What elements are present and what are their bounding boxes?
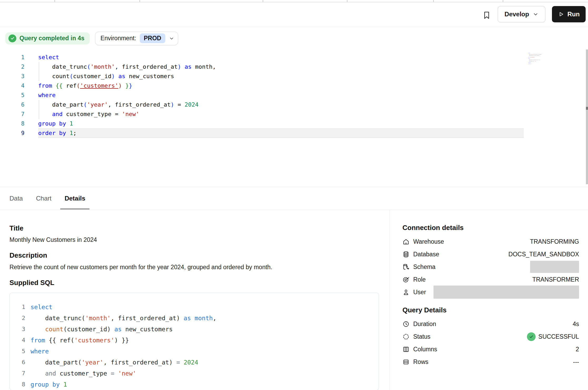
code-line-2[interactable]: 2 date_trunc('month', first_ordered_at) … <box>0 62 524 72</box>
role-icon <box>402 276 410 283</box>
code-line-text[interactable]: from {{ ref('customers') }} <box>31 335 379 346</box>
code-line-text[interactable]: and customer_type = 'new' <box>38 109 524 119</box>
code-line-3[interactable]: 3 count(customer_id) as new_customers <box>0 72 524 81</box>
chevron-down-icon <box>169 36 174 41</box>
line-number: 5 <box>0 91 24 100</box>
environment-label: Environment: <box>101 35 136 42</box>
code-line-8[interactable]: 8group by 1 <box>10 379 379 390</box>
tab-data[interactable]: Data <box>9 187 23 210</box>
bookmark-button[interactable] <box>481 10 492 21</box>
line-number: 3 <box>10 324 25 335</box>
user-redacted-value <box>433 286 579 299</box>
code-line-text[interactable]: where <box>38 91 524 100</box>
code-line-7[interactable]: 7 and customer_type = 'new' <box>0 109 524 119</box>
role-label: Role <box>413 276 426 283</box>
database-value: DOCS_TEAM_SANDBOX <box>509 251 579 258</box>
role-value: TRANSFORMER <box>532 276 579 283</box>
tab-details[interactable]: Details <box>64 187 85 210</box>
environment-selector[interactable]: Environment: PROD <box>95 32 178 45</box>
code-line-text[interactable]: group by 1 <box>31 379 379 390</box>
status-label: Status <box>413 333 430 340</box>
rows-icon <box>402 358 410 366</box>
query-details-heading: Query Details <box>402 306 579 314</box>
database-row: DatabaseDOCS_TEAM_SANDBOX <box>402 248 579 261</box>
title-heading: Title <box>9 224 379 232</box>
editor-minimap[interactable]: 1select2 date_trunc('month', first_order… <box>526 52 558 67</box>
line-number: 1 <box>0 53 24 62</box>
code-line-1[interactable]: 1select <box>0 53 524 62</box>
editor-code-area[interactable]: 1select2 date_trunc('month', first_order… <box>0 53 524 138</box>
code-line-5[interactable]: 5where <box>0 91 524 100</box>
sql-editor[interactable]: 1select2 date_trunc('month', first_order… <box>0 49 588 187</box>
line-number: 5 <box>10 346 25 357</box>
columns-label: Columns <box>413 346 437 353</box>
columns-icon <box>402 346 410 353</box>
code-line-9[interactable]: 9order by 1; <box>0 128 524 138</box>
user-icon <box>402 289 410 296</box>
editor-scrollbar[interactable] <box>586 49 588 184</box>
columns-value: 2 <box>576 346 579 353</box>
code-line-5[interactable]: 5where <box>10 346 379 357</box>
code-line-text[interactable]: from {{ ref('customers') }} <box>38 81 524 91</box>
line-number: 7 <box>10 368 25 379</box>
code-line-text[interactable]: group by 1 <box>38 119 524 128</box>
code-line-7[interactable]: 7 and customer_type = 'new' <box>10 368 379 379</box>
code-line-text[interactable]: order by 1; <box>528 63 558 64</box>
tab-chart[interactable]: Chart <box>36 187 52 210</box>
status-row: StatusSUCCESSFUL <box>402 330 579 343</box>
code-line-6[interactable]: 6 date_part('year', first_ordered_at) = … <box>10 357 379 368</box>
app-window: Develop Run Query completed in 4s Enviro… <box>0 0 588 390</box>
code-line-text[interactable]: count(customer_id) as new_customers <box>31 324 379 335</box>
status-value: SUCCESSFUL <box>527 332 579 341</box>
code-line-text[interactable]: and customer_type = 'new' <box>31 368 379 379</box>
tab-divider <box>139 0 140 2</box>
code-line-4[interactable]: 4from {{ ref('customers') }} <box>10 335 379 346</box>
code-line-text[interactable]: where <box>31 346 379 357</box>
code-line-text[interactable]: order by 1; <box>38 128 524 138</box>
description-value: Retrieve the count of new customers per … <box>9 263 379 271</box>
tab-divider <box>503 0 503 2</box>
code-line-text[interactable]: date_part('year', first_ordered_at) = 20… <box>31 357 379 368</box>
code-line-1[interactable]: 1select <box>10 302 379 313</box>
run-label: Run <box>567 11 580 18</box>
warehouse-value: TRANSFORMING <box>530 238 579 245</box>
success-check-icon <box>527 332 536 341</box>
code-line-2[interactable]: 2 date_trunc('month', first_ordered_at) … <box>10 313 379 324</box>
code-line-text[interactable]: select <box>38 53 524 62</box>
line-number: 4 <box>0 81 24 91</box>
code-line-text[interactable]: date_trunc('month', first_ordered_at) as… <box>38 62 524 72</box>
warehouse-label: Warehouse <box>413 238 444 245</box>
code-line-text[interactable]: select <box>31 302 379 313</box>
scrollbar-cursor-mark <box>586 107 588 110</box>
develop-label: Develop <box>505 11 529 18</box>
supplied-sql-heading: Supplied SQL <box>9 278 379 287</box>
spinner-icon <box>402 333 410 340</box>
code-line-8[interactable]: 8group by 1 <box>0 119 524 128</box>
code-line-text[interactable]: count(customer_id) as new_customers <box>38 72 524 81</box>
line-number: 2 <box>0 62 24 72</box>
code-line-3[interactable]: 3 count(customer_id) as new_customers <box>10 324 379 335</box>
description-heading: Description <box>9 251 379 259</box>
develop-dropdown-button[interactable]: Develop <box>498 6 545 22</box>
browser-tab-strip <box>0 0 588 2</box>
code-line-text[interactable]: date_part('year', first_ordered_at) = 20… <box>38 100 524 109</box>
code-line-9[interactable]: 9order by 1; <box>526 63 558 64</box>
play-icon <box>558 11 564 17</box>
user-label: User <box>413 289 426 296</box>
database-icon <box>402 251 410 258</box>
code-line-6[interactable]: 6 date_part('year', first_ordered_at) = … <box>0 100 524 109</box>
line-number: 3 <box>0 72 24 81</box>
clock-icon <box>402 321 410 328</box>
line-number: 4 <box>10 335 25 346</box>
environment-value-chip: PROD <box>140 33 165 43</box>
tab-divider <box>347 0 347 2</box>
run-button[interactable]: Run <box>552 6 586 22</box>
line-number: 6 <box>0 100 24 109</box>
code-line-4[interactable]: 4from {{ ref('customers') }} <box>0 81 524 91</box>
schema-value <box>530 261 579 273</box>
line-number: 8 <box>0 119 24 128</box>
title-value: Monthly New Customers in 2024 <box>9 236 379 244</box>
code-line-text[interactable]: date_trunc('month', first_ordered_at) as… <box>31 313 379 324</box>
query-status-badge: Query completed in 4s <box>5 32 90 44</box>
schema-label: Schema <box>413 263 435 271</box>
